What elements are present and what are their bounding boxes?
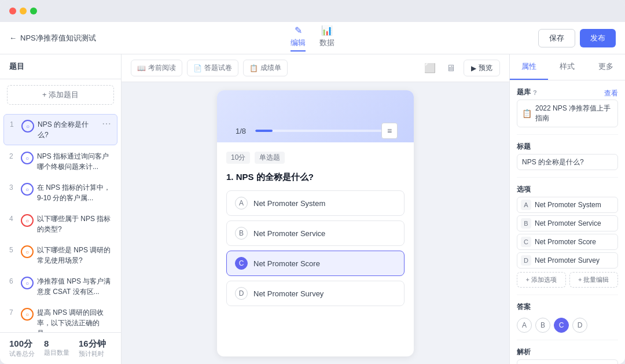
option-row-d[interactable]: D Net Promoter Survey: [517, 252, 618, 269]
minimize-button[interactable]: [20, 8, 27, 14]
option-b[interactable]: B Net Promoter Service: [226, 220, 405, 246]
question-item-2[interactable]: 2 ○ NPS 指标通过询问客户哪个终极问题来计...: [3, 146, 117, 177]
total-score-value: 100分: [9, 339, 35, 350]
divider: [517, 177, 618, 178]
add-question-button[interactable]: + 添加题目: [7, 85, 114, 105]
quiz-options: A Net Promoter System B Net Promoter Ser…: [226, 190, 405, 306]
quiz-question: 1. NPS 的全称是什么?: [226, 171, 405, 184]
answer-circle-b[interactable]: B: [535, 318, 550, 333]
title-section: 标题: [517, 142, 618, 170]
option-b-text: Net Promoter Service: [253, 229, 325, 238]
center-toolbar: 📖 考前阅读 📄 答题试卷 📋 成绩单 ⬜ 🖥 ▶ 预览: [122, 54, 509, 82]
desktop-icon[interactable]: ⬜: [422, 60, 438, 76]
add-option-button[interactable]: + 添加选项: [517, 272, 566, 288]
option-row-b[interactable]: B Net Promoter Service: [517, 215, 618, 231]
tab-edit-label: 编辑: [291, 38, 306, 48]
option-c-text-panel: Net Promoter Score: [535, 238, 596, 246]
play-icon: ▶: [471, 64, 476, 72]
library-section-title: 题库 ?: [517, 87, 537, 97]
library-section-header: 题库 ? 查看: [517, 87, 618, 100]
quiz-body: 10分 单选题 1. NPS 的全称是什么? A Net Promoter Sy…: [217, 142, 414, 356]
library-item-label: 2022 NPS 净推荐值上手指南: [535, 104, 613, 123]
question-number: 4: [9, 215, 17, 223]
divider: [517, 295, 618, 295]
sidebar: 题目 + 添加题目 1 ○ NPS 的全称是什么? ⋯ 2 ○ NPS 指标通过…: [0, 54, 122, 364]
tab-more[interactable]: 更多: [587, 54, 625, 80]
close-button[interactable]: [9, 8, 16, 14]
question-item-5[interactable]: 5 ○ 以下哪些是 NPS 调研的常见使用场景?: [3, 240, 117, 270]
sidebar-footer: 100分 试卷总分 8 题目数量 16分钟 预计耗时: [0, 332, 121, 364]
question-type-icon: ○: [21, 277, 34, 289]
option-a-text: Net Promoter System: [253, 199, 325, 208]
tab-style[interactable]: 样式: [548, 54, 586, 80]
tablet-icon[interactable]: 🖥: [443, 60, 459, 76]
library-section: 题库 ? 查看 📋 2022 NPS 净推荐值上手指南: [517, 87, 618, 127]
publish-button[interactable]: 发布: [580, 29, 616, 47]
quiz-card: 1/8 ≡ 10分 单选题 1. NPS 的全称是什么?: [217, 90, 414, 356]
answer-circles: A B C D: [517, 318, 618, 333]
option-d-letter-small: D: [521, 255, 531, 266]
library-item[interactable]: 📋 2022 NPS 净推荐值上手指南: [517, 100, 618, 127]
right-panel-tabs: 属性 样式 更多: [510, 54, 625, 80]
pre-read-label: 考前阅读: [148, 63, 176, 73]
title-input[interactable]: [517, 154, 618, 170]
batch-edit-button[interactable]: + 批量编辑: [569, 272, 619, 288]
tab-properties[interactable]: 属性: [510, 54, 548, 80]
tab-data[interactable]: 📊 数据: [319, 25, 334, 52]
question-more-icon[interactable]: ⋯: [102, 118, 111, 129]
library-link[interactable]: 查看: [604, 89, 618, 98]
answer-paper-icon: 📄: [193, 64, 202, 72]
edit-icon: ✎: [295, 25, 302, 36]
option-d-text: Net Promoter Survey: [253, 289, 323, 298]
divider: [517, 340, 618, 340]
option-a[interactable]: A Net Promoter System: [226, 190, 405, 216]
quiz-menu-button[interactable]: ≡: [381, 123, 398, 139]
question-item-3[interactable]: 3 ○ 在 NPS 指标的计算中，9-10 分的客户属...: [3, 178, 117, 208]
quiz-score-badge: 10分: [226, 152, 250, 164]
question-number: 1: [10, 120, 18, 128]
report-button[interactable]: 📋 成绩单: [243, 60, 288, 76]
progress-fill: [255, 130, 273, 132]
question-text: NPS 指标通过询问客户哪个终极问题来计...: [37, 151, 112, 172]
question-text: NPS 的全称是什么?: [38, 119, 98, 140]
question-count-value: 8: [44, 339, 69, 348]
maximize-button[interactable]: [30, 8, 37, 14]
estimated-time-label: 预计耗时: [79, 350, 106, 358]
answer-circle-a[interactable]: A: [517, 318, 532, 333]
total-score-stat: 100分 试卷总分: [9, 339, 35, 358]
question-number: 3: [9, 183, 17, 192]
option-d[interactable]: D Net Promoter Survey: [226, 281, 405, 306]
option-b-letter-small: B: [521, 218, 531, 229]
question-item-4[interactable]: 4 ○ 以下哪些属于 NPS 指标的类型?: [3, 209, 117, 239]
analysis-textarea[interactable]: NPS 的全称是 Net Promoter Score，即净推荐值。: [517, 359, 618, 364]
options-section: 选项 A Net Promoter System B Net Promoter …: [517, 185, 618, 288]
question-text: 在 NPS 指标的计算中，9-10 分的客户属...: [37, 182, 112, 203]
question-item-6[interactable]: 6 ○ 净推荐值 NPS 与客户满意度 CSAT 没有区...: [3, 271, 117, 302]
preview-button[interactable]: ▶ 预览: [464, 60, 500, 76]
option-a-text-panel: Net Promoter System: [535, 201, 601, 209]
window-controls[interactable]: [9, 8, 37, 14]
answer-paper-button[interactable]: 📄 答题试卷: [187, 60, 238, 76]
option-row-c[interactable]: C Net Promoter Score: [517, 234, 618, 250]
analysis-section-label: 解析: [517, 347, 618, 357]
options-list: A Net Promoter System B Net Promoter Ser…: [517, 197, 618, 269]
option-c-letter: C: [235, 257, 248, 270]
back-button[interactable]: ← NPS净推荐值知识测试: [9, 33, 96, 43]
divider: [517, 134, 618, 135]
option-row-a[interactable]: A Net Promoter System: [517, 197, 618, 213]
answer-circle-d[interactable]: D: [572, 318, 587, 333]
pre-read-button[interactable]: 📖 考前阅读: [131, 60, 182, 76]
option-c[interactable]: C Net Promoter Score: [226, 251, 405, 276]
options-section-label: 选项: [517, 185, 618, 194]
option-c-letter-small: C: [521, 237, 531, 247]
answer-section-label: 答案: [517, 302, 618, 312]
tab-edit[interactable]: ✎ 编辑: [291, 25, 306, 52]
question-number: 2: [9, 152, 17, 160]
save-button[interactable]: 保存: [538, 29, 575, 47]
question-item-1[interactable]: 1 ○ NPS 的全称是什么? ⋯: [3, 114, 117, 145]
question-type-icon: ○: [21, 214, 34, 227]
question-text: 以下哪些属于 NPS 指标的类型?: [37, 214, 112, 234]
answer-circle-c[interactable]: C: [554, 318, 569, 333]
progress-text: 1/8: [236, 127, 246, 135]
question-item-7[interactable]: 7 ○ 提高 NPS 调研的回收率，以下说法正确的是...: [3, 303, 117, 332]
